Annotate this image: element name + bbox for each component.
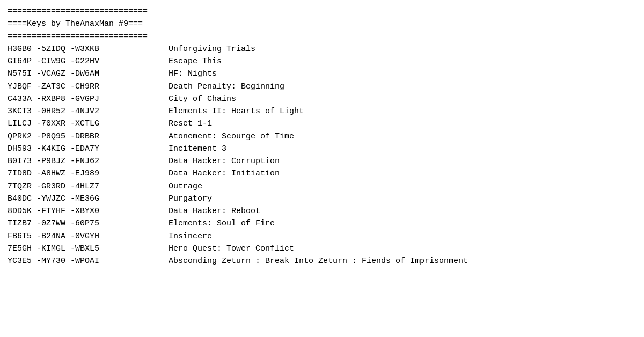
entry-game-title: Death Penalty: Beginning <box>169 80 636 93</box>
table-row: B0I73 -P9BJZ -FNJ62 Data Hacker: Corrupt… <box>8 155 636 167</box>
entry-game-title: Elements II: Hearts of Light <box>169 105 636 118</box>
entry-keys: 7ID8D -A8HWZ -EJ989 <box>8 167 169 180</box>
table-row: YJBQF -ZAT3C -CH9RR Death Penalty: Begin… <box>8 80 636 93</box>
table-row: GI64P -CIW9G -G22HV Escape This <box>8 55 636 68</box>
entry-game-title: Reset 1-1 <box>169 118 636 130</box>
entry-keys: B40DC -YWJZC -ME36G <box>8 193 169 205</box>
table-row: H3GB0 -5ZIDQ -W3XKB Unforgiving Trials <box>8 43 636 55</box>
entry-game-title: Data Hacker: Reboot <box>169 205 636 217</box>
entry-game-title: Data Hacker: Corruption <box>169 155 636 167</box>
table-row: B40DC -YWJZC -ME36G Purgatory <box>8 193 636 205</box>
entry-keys: 3KCT3 -0HR52 -4NJV2 <box>8 105 169 118</box>
entry-keys: LILCJ -70XXR -XCTLG <box>8 118 169 130</box>
entry-keys: TIZB7 -0Z7WW -60P75 <box>8 217 169 230</box>
page-container: ============================= ====Keys b… <box>8 5 636 267</box>
entry-keys: GI64P -CIW9G -G22HV <box>8 55 169 68</box>
entry-game-title: HF: Nights <box>169 68 636 80</box>
table-row: 7E5GH -KIMGL -WBXL5 Hero Quest: Tower Co… <box>8 243 636 255</box>
entry-keys: YJBQF -ZAT3C -CH9RR <box>8 80 169 93</box>
top-separator: ============================= <box>8 5 636 18</box>
entry-keys: C433A -RXBP8 -GVGPJ <box>8 93 169 105</box>
entry-game-title: Data Hacker: Initiation <box>169 167 636 180</box>
bottom-separator: ============================= <box>8 31 636 43</box>
table-row: FB6T5 -B24NA -0VGYH Insincere <box>8 230 636 243</box>
entry-keys: 7E5GH -KIMGL -WBXL5 <box>8 243 169 255</box>
header-title: ====Keys by TheAnaxMan #9=== <box>8 18 636 30</box>
entry-keys: 7TQZR -GR3RD -4HLZ7 <box>8 180 169 193</box>
entry-game-title: Elements: Soul of Fire <box>169 217 636 230</box>
entry-game-title: Incitement 3 <box>169 143 636 155</box>
entry-game-title: Unforgiving Trials <box>169 43 636 55</box>
entry-game-title: Insincere <box>169 230 636 243</box>
table-row: LILCJ -70XXR -XCTLG Reset 1-1 <box>8 118 636 130</box>
entry-game-title: Atonement: Scourge of Time <box>169 130 636 143</box>
table-row: QPRK2 -P8Q95 -DRBBR Atonement: Scourge o… <box>8 130 636 143</box>
entry-game-title: City of Chains <box>169 93 636 105</box>
entry-keys: H3GB0 -5ZIDQ -W3XKB <box>8 43 169 55</box>
table-row: YC3E5 -MY730 -WPOAI Absconding Zeturn : … <box>8 255 636 267</box>
entry-game-title: Absconding Zeturn : Break Into Zeturn : … <box>169 255 636 267</box>
table-row: N575I -VCAGZ -DW6AM HF: Nights <box>8 68 636 80</box>
entry-game-title: Outrage <box>169 180 636 193</box>
entry-game-title: Hero Quest: Tower Conflict <box>169 243 636 255</box>
table-row: DH593 -K4KIG -EDA7Y Incitement 3 <box>8 143 636 155</box>
entries-list: H3GB0 -5ZIDQ -W3XKB Unforgiving TrialsGI… <box>8 43 636 268</box>
entry-keys: DH593 -K4KIG -EDA7Y <box>8 143 169 155</box>
table-row: 3KCT3 -0HR52 -4NJV2 Elements II: Hearts … <box>8 105 636 118</box>
entry-keys: YC3E5 -MY730 -WPOAI <box>8 255 169 267</box>
entry-keys: 8DD5K -FTYHF -XBYX0 <box>8 205 169 217</box>
entry-keys: QPRK2 -P8Q95 -DRBBR <box>8 130 169 143</box>
entry-keys: B0I73 -P9BJZ -FNJ62 <box>8 155 169 167</box>
table-row: 8DD5K -FTYHF -XBYX0 Data Hacker: Reboot <box>8 205 636 217</box>
entry-game-title: Escape This <box>169 55 636 68</box>
entry-game-title: Purgatory <box>169 193 636 205</box>
table-row: 7TQZR -GR3RD -4HLZ7 Outrage <box>8 180 636 193</box>
entry-keys: N575I -VCAGZ -DW6AM <box>8 68 169 80</box>
table-row: C433A -RXBP8 -GVGPJ City of Chains <box>8 93 636 105</box>
table-row: 7ID8D -A8HWZ -EJ989 Data Hacker: Initiat… <box>8 167 636 180</box>
table-row: TIZB7 -0Z7WW -60P75 Elements: Soul of Fi… <box>8 217 636 230</box>
entry-keys: FB6T5 -B24NA -0VGYH <box>8 230 169 243</box>
